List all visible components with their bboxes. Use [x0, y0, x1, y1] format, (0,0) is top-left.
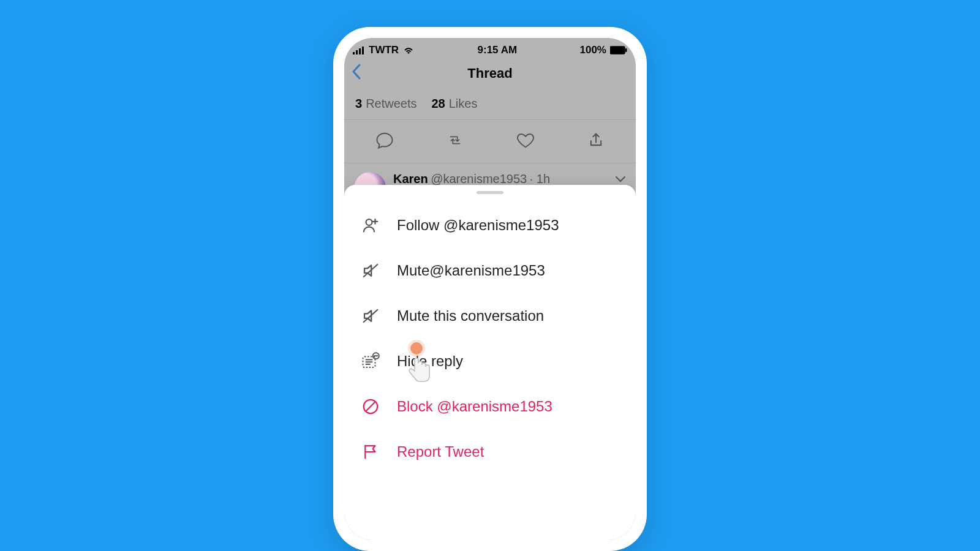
share-icon — [587, 131, 605, 149]
separator-dot: · — [530, 172, 537, 186]
sheet-item-hide-reply[interactable]: Hide reply — [344, 339, 636, 384]
wifi-icon — [402, 46, 415, 54]
cellular-signal-icon — [353, 46, 365, 54]
retweet-icon — [446, 131, 464, 149]
phone-screen: TWTR 9:15 AM 100% Thread 3Retweets 2 — [344, 38, 636, 540]
tweet-caret-button[interactable] — [615, 172, 626, 186]
flag-icon — [361, 443, 380, 461]
speech-bubble-icon — [375, 131, 394, 149]
mute-icon — [361, 261, 380, 280]
battery-icon — [610, 46, 627, 54]
sheet-item-label: Hide reply — [397, 353, 463, 370]
sheet-item-follow[interactable]: Follow @karenisme1953 — [344, 203, 636, 248]
status-right: 100% — [580, 44, 627, 56]
mute-icon — [361, 307, 380, 325]
likes-count[interactable]: 28Likes — [432, 97, 478, 111]
sheet-item-mute-user[interactable]: Mute@karenisme1953 — [344, 248, 636, 293]
status-bar: TWTR 9:15 AM 100% — [344, 38, 636, 60]
tweet-action-row — [344, 120, 636, 163]
sheet-item-block[interactable]: Block @karenisme1953 — [344, 384, 636, 429]
retweet-button[interactable] — [446, 131, 464, 149]
sheet-item-label: Mute@karenisme1953 — [397, 262, 545, 279]
author-name[interactable]: Karen — [393, 172, 428, 186]
author-handle[interactable]: @karenisme1953 — [431, 172, 527, 186]
heart-icon — [516, 131, 535, 149]
svg-rect-1 — [356, 50, 358, 54]
hide-reply-icon — [361, 352, 380, 370]
carrier-label: TWTR — [369, 44, 399, 56]
sheet-item-label: Mute this conversation — [397, 307, 544, 324]
sheet-item-label: Follow @karenisme1953 — [397, 217, 559, 234]
follow-icon — [361, 216, 380, 234]
nav-title: Thread — [467, 66, 512, 81]
svg-rect-0 — [353, 52, 355, 54]
svg-rect-2 — [359, 48, 361, 54]
sheet-item-mute-conversation[interactable]: Mute this conversation — [344, 293, 636, 339]
share-button[interactable] — [587, 131, 605, 149]
sheet-item-label: Block @karenisme1953 — [397, 398, 552, 415]
status-time: 9:15 AM — [478, 44, 518, 56]
svg-point-6 — [366, 219, 372, 225]
sheet-grabber[interactable] — [477, 191, 503, 194]
chevron-down-icon — [615, 176, 626, 183]
action-sheet: Follow @karenisme1953 Mute@karenisme1953… — [344, 185, 636, 540]
tweet-age: 1h — [537, 172, 550, 186]
back-button[interactable] — [352, 64, 361, 84]
sheet-item-label: Report Tweet — [397, 443, 484, 460]
svg-rect-3 — [362, 47, 364, 54]
sheet-item-report[interactable]: Report Tweet — [344, 429, 636, 474]
block-icon — [361, 397, 380, 416]
chevron-left-icon — [352, 64, 361, 80]
reply-button[interactable] — [375, 131, 394, 149]
svg-rect-4 — [610, 47, 625, 54]
status-left: TWTR — [353, 44, 415, 56]
svg-rect-5 — [625, 48, 627, 52]
like-button[interactable] — [516, 131, 535, 149]
battery-percent: 100% — [580, 44, 606, 56]
phone-frame: TWTR 9:15 AM 100% Thread 3Retweets 2 — [333, 27, 647, 551]
nav-bar: Thread — [344, 60, 636, 87]
retweets-count[interactable]: 3Retweets — [355, 97, 417, 111]
tweet-counts-row: 3Retweets 28Likes — [344, 87, 636, 120]
